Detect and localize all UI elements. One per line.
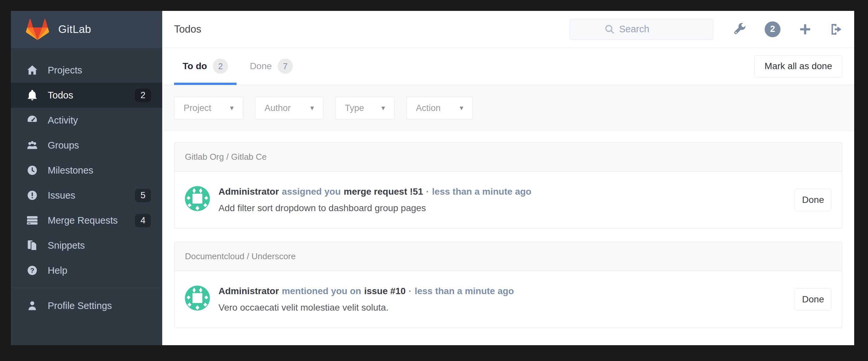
filter-bar: Project ▾ Author ▾ Type ▾ Action ▾ bbox=[162, 85, 854, 131]
activity-gauge-icon bbox=[27, 115, 38, 126]
mark-all-as-done-button[interactable]: Mark all as done bbox=[754, 55, 842, 77]
issue-icon bbox=[27, 190, 38, 201]
todo-body: Add filter sort dropdown to dashboard gr… bbox=[218, 202, 534, 214]
logo-wordmark: GitLab bbox=[58, 23, 91, 35]
search-box[interactable] bbox=[569, 19, 713, 40]
todos-count-bubble[interactable]: 2 bbox=[765, 21, 780, 37]
sidebar-divider bbox=[11, 287, 162, 288]
help-icon: ? bbox=[27, 265, 38, 276]
author-filter-dropdown[interactable]: Author ▾ bbox=[255, 97, 323, 119]
tab-todo[interactable]: To do 2 bbox=[174, 48, 237, 85]
count-badge: 5 bbox=[135, 189, 151, 202]
todo-body: Vero occaecati velit molestiae velit sol… bbox=[218, 302, 517, 313]
todo-title-line: Administratorassigned youmerge request !… bbox=[218, 186, 534, 197]
home-icon bbox=[27, 64, 38, 76]
tab-todo-count: 2 bbox=[213, 59, 228, 74]
todos-list: Gitlab Org / Gitlab Ce bbox=[162, 131, 854, 345]
main-header: Todos 2 bbox=[162, 11, 854, 48]
type-filter-dropdown[interactable]: Type ▾ bbox=[335, 97, 395, 119]
count-badge: 2 bbox=[135, 89, 151, 102]
chevron-down-icon: ▾ bbox=[381, 104, 385, 112]
sidebar-nav: Projects Todos 2 Activity bbox=[11, 48, 162, 345]
sidebar: GitLab Projects Todos 2 bbox=[11, 11, 162, 345]
project-group-title: Documentcloud / Underscore bbox=[175, 242, 842, 271]
user-icon bbox=[27, 300, 38, 311]
gitlab-tanuki-icon bbox=[25, 18, 50, 40]
author-link[interactable]: Administrator bbox=[218, 187, 279, 197]
done-button[interactable]: Done bbox=[795, 288, 832, 311]
todo-row: Administratorassigned youmerge request !… bbox=[175, 172, 842, 228]
sidebar-item-snippets[interactable]: Snippets bbox=[11, 233, 162, 258]
app-window: GitLab Projects Todos 2 bbox=[11, 11, 854, 345]
sidebar-item-todos[interactable]: Todos 2 bbox=[11, 83, 162, 108]
admin-wrench-icon[interactable] bbox=[734, 23, 746, 35]
snippets-icon bbox=[27, 240, 38, 251]
chevron-down-icon: ▾ bbox=[230, 104, 234, 112]
timestamp: less than a minute ago bbox=[414, 286, 514, 296]
chevron-down-icon: ▾ bbox=[460, 104, 463, 112]
header-actions: 2 bbox=[734, 21, 842, 37]
sidebar-item-merge-requests[interactable]: Merge Requests 4 bbox=[11, 208, 162, 233]
main-area: Todos 2 bbox=[162, 11, 854, 345]
project-group-title: Gitlab Org / Gitlab Ce bbox=[175, 143, 842, 172]
avatar bbox=[185, 285, 210, 311]
new-project-plus-icon[interactable] bbox=[799, 23, 811, 35]
todo-title-line: Administratormentioned you onissue #10·l… bbox=[218, 285, 517, 297]
merge-requests-icon bbox=[27, 215, 38, 226]
timestamp: less than a minute ago bbox=[432, 187, 531, 197]
sidebar-item-milestones[interactable]: Milestones bbox=[11, 158, 162, 183]
action-filter-dropdown[interactable]: Action ▾ bbox=[406, 97, 473, 119]
avatar bbox=[185, 186, 210, 211]
todo-group-panel: Gitlab Org / Gitlab Ce bbox=[174, 142, 842, 229]
bell-icon bbox=[27, 90, 38, 101]
svg-text:?: ? bbox=[30, 267, 35, 274]
clock-icon bbox=[27, 165, 38, 176]
sidebar-item-activity[interactable]: Activity bbox=[11, 108, 162, 133]
sidebar-item-help[interactable]: ? Help bbox=[11, 258, 162, 283]
sidebar-logo[interactable]: GitLab bbox=[11, 11, 162, 48]
target-link[interactable]: merge request !51 bbox=[344, 187, 423, 197]
tab-done[interactable]: Done 7 bbox=[241, 48, 301, 85]
todo-group-panel: Documentcloud / Underscore bbox=[174, 242, 842, 328]
done-button[interactable]: Done bbox=[795, 189, 832, 211]
chevron-down-icon: ▾ bbox=[310, 104, 314, 112]
tab-bar: To do 2 Done 7 Mark all as done bbox=[162, 48, 854, 85]
project-filter-dropdown[interactable]: Project ▾ bbox=[174, 97, 243, 119]
sidebar-item-profile-settings[interactable]: Profile Settings bbox=[11, 293, 162, 318]
count-badge: 4 bbox=[135, 214, 151, 227]
todo-row: Administratormentioned you onissue #10·l… bbox=[175, 271, 842, 328]
groups-icon bbox=[27, 140, 38, 151]
sidebar-item-issues[interactable]: Issues 5 bbox=[11, 183, 162, 208]
sign-out-icon[interactable] bbox=[830, 23, 842, 35]
sidebar-item-groups[interactable]: Groups bbox=[11, 133, 162, 158]
tab-done-count: 7 bbox=[278, 59, 293, 74]
sidebar-item-projects[interactable]: Projects bbox=[11, 58, 162, 83]
author-link[interactable]: Administrator bbox=[218, 286, 279, 296]
search-input[interactable] bbox=[619, 24, 679, 35]
target-link[interactable]: issue #10 bbox=[364, 286, 406, 296]
page-title: Todos bbox=[174, 23, 202, 35]
search-icon bbox=[605, 24, 615, 34]
